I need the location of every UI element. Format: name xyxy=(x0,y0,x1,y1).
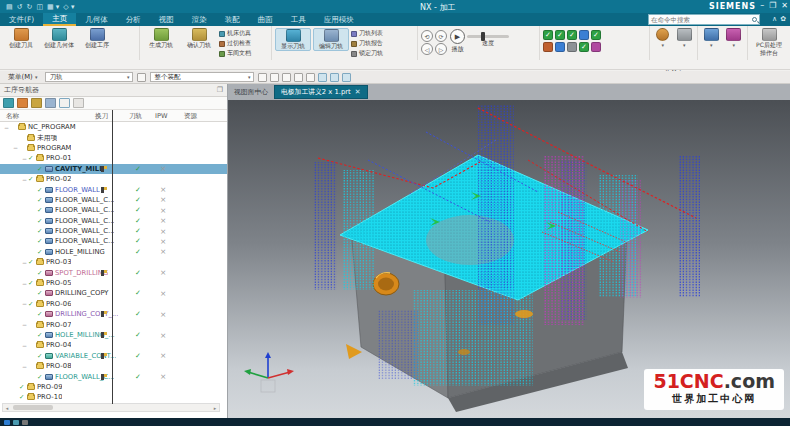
verify-tool-icon-1[interactable]: ✓ xyxy=(543,30,553,40)
verify-tool-icon-7[interactable] xyxy=(555,42,565,52)
verify-tool-icon-2[interactable]: ✓ xyxy=(555,30,565,40)
tree-row-FLOOR_WALL[interactable]: ✓FLOOR_WALL✓× xyxy=(0,184,227,194)
verify-toolpath-button[interactable]: 确认刀轨 xyxy=(181,28,217,49)
navigator-more-icon[interactable] xyxy=(73,98,84,108)
snap-icon-1[interactable] xyxy=(258,73,267,82)
tab-geometry[interactable]: 几何体 xyxy=(76,13,117,26)
3d-viewport-canvas[interactable]: 51CNC.com 世界加工中心网 xyxy=(228,100,790,418)
tree-row-DRILLING_COPY[interactable]: ✓DRILLING_COPY✓× xyxy=(0,288,227,298)
snap-icon-6[interactable] xyxy=(318,73,327,82)
tree-row-PRO-07[interactable]: −PRO-07 xyxy=(0,319,227,329)
horizontal-scrollbar[interactable]: ◂ ▸ xyxy=(2,403,220,412)
window-menu-icon[interactable]: ▦ ▾ xyxy=(47,3,59,11)
column-ipw[interactable]: IPW xyxy=(155,112,167,120)
selection-scope-dropdown[interactable]: 整个装配▾ xyxy=(150,72,254,82)
speed-slider[interactable] xyxy=(467,35,509,38)
cut-icon[interactable]: ◫ xyxy=(36,3,43,11)
tab-view[interactable]: 视图 xyxy=(150,13,183,26)
scrollbar-thumb[interactable] xyxy=(13,405,53,410)
tree-row-SPOT_DRILLING[interactable]: ✓SPOT_DRILLING✓× xyxy=(0,267,227,277)
toolpath-list-button[interactable]: 刀轨列表 xyxy=(351,29,383,38)
command-search-input[interactable] xyxy=(651,16,752,24)
feature-button-2[interactable]: ▾ xyxy=(724,28,745,48)
verify-tool-icon-3[interactable]: ✓ xyxy=(567,30,577,40)
save-icon[interactable]: ▤ xyxy=(6,3,13,11)
command-finder[interactable] xyxy=(648,14,760,25)
help-icon[interactable]: ✿ xyxy=(780,15,786,23)
scroll-left-icon[interactable]: ◂ xyxy=(3,405,11,411)
tree-row-FLOOR_WALL_C[interactable]: ✓FLOOR_WALL_C...✓× xyxy=(0,205,227,215)
tab-surface[interactable]: 曲面 xyxy=(249,13,282,26)
verify-tool-icon-10[interactable] xyxy=(591,42,601,52)
post-process-button[interactable]: PC后处理 操作台 xyxy=(751,28,787,56)
verify-tool-icon-4[interactable] xyxy=(579,30,589,40)
tree-row-PROGRAM[interactable]: −PROGRAM xyxy=(0,143,227,153)
tab-render[interactable]: 渲染 xyxy=(183,13,216,26)
column-divider[interactable] xyxy=(112,110,113,404)
machine-simulation-button[interactable]: 机床仿真 xyxy=(219,29,251,38)
verify-tool-icon-9[interactable]: ✓ xyxy=(579,42,589,52)
tree-row-[interactable]: 未用项 xyxy=(0,132,227,142)
tree-row-PRO-02[interactable]: −✓PRO-02 xyxy=(0,174,227,184)
menu-button[interactable]: 菜单(M) ▾ xyxy=(4,71,41,83)
ribbon-options-icon[interactable]: ∧ xyxy=(772,15,777,23)
tree-row-PRO-05[interactable]: −✓PRO-05 xyxy=(0,278,227,288)
tree-row-FLOOR_WALL_C[interactable]: ✓FLOOR_WALL_C...✓× xyxy=(0,226,227,236)
play-button[interactable]: ▶ xyxy=(450,29,465,44)
tree-row-PRO-09[interactable]: ✓PRO-09 xyxy=(0,382,227,392)
tab-file[interactable]: 文件(F) xyxy=(0,13,43,26)
tree-row-DRILLING_COPY_[interactable]: ✓DRILLING_COPY_...✓× xyxy=(0,309,227,319)
close-button[interactable]: ✕ xyxy=(781,1,788,10)
tree-row-FLOOR_WALL_C[interactable]: ✓FLOOR_WALL_C...✓× xyxy=(0,195,227,205)
expander-icon[interactable]: − xyxy=(21,300,28,307)
column-resource[interactable]: 资源 xyxy=(184,112,197,121)
expander-icon[interactable]: − xyxy=(21,342,28,349)
tree-row-PRO-08[interactable]: −PRO-08 xyxy=(0,361,227,371)
machine-tool-view-icon[interactable] xyxy=(17,98,28,108)
taskbar-icon-1[interactable] xyxy=(4,420,10,425)
tab-application[interactable]: 应用模块 xyxy=(315,13,363,26)
snap-icon-4[interactable] xyxy=(294,73,303,82)
expander-icon[interactable]: − xyxy=(21,321,28,328)
feature-button-1[interactable]: ▾ xyxy=(701,28,722,48)
method-view-icon[interactable] xyxy=(45,98,56,108)
user-group-icon[interactable]: ◇ ▾ xyxy=(63,3,74,11)
step-back-icon[interactable]: ◁ xyxy=(421,43,433,55)
tab-assembly[interactable]: 装配 xyxy=(216,13,249,26)
tree-row-FLOOR_WALL_C[interactable]: ✓FLOOR_WALL_C...✓× xyxy=(0,236,227,246)
expander-icon[interactable]: − xyxy=(21,280,28,287)
snap-icon-7[interactable] xyxy=(330,73,339,82)
tree-row-FLOOR_WALL_C[interactable]: ✓FLOOR_WALL_C...✓× xyxy=(0,216,227,226)
forward-icon[interactable]: ⟳ xyxy=(435,30,447,42)
snap-icon-8[interactable] xyxy=(342,73,351,82)
expander-icon[interactable]: − xyxy=(21,176,28,183)
expander-icon[interactable]: − xyxy=(21,155,28,162)
tree-row-PRO-01[interactable]: −✓PRO-01 xyxy=(0,153,227,163)
step-forward-icon[interactable]: ▷ xyxy=(435,43,447,55)
tab-close-icon[interactable]: ✕ xyxy=(355,88,361,96)
expander-icon[interactable]: − xyxy=(21,259,28,266)
tree-row-PRO-03[interactable]: −✓PRO-03 xyxy=(0,257,227,267)
column-path[interactable]: 刀轨 xyxy=(129,112,142,121)
verify-tool-icon-5[interactable]: ✓ xyxy=(591,30,601,40)
tree-row-HOLE_MILLING[interactable]: ✓HOLE_MILLING✓× xyxy=(0,247,227,257)
generate-toolpath-button[interactable]: 生成刀轨 xyxy=(143,28,179,49)
toolpath-report-button[interactable]: 刀轨报告 xyxy=(351,39,383,48)
tree-row-PRO-06[interactable]: −✓PRO-06 xyxy=(0,299,227,309)
undo-icon[interactable]: ↺ xyxy=(17,3,23,11)
redo-icon[interactable]: ↻ xyxy=(27,3,33,11)
create-operation-button[interactable]: 创建工序 xyxy=(79,28,115,49)
snap-icon-3[interactable] xyxy=(282,73,291,82)
expander-icon[interactable]: − xyxy=(3,124,10,131)
create-geometry-button[interactable]: 创建几何体 xyxy=(41,28,77,49)
verify-tool-icon-6[interactable] xyxy=(543,42,553,52)
expander-icon[interactable]: − xyxy=(12,144,19,151)
maximize-button[interactable]: ❐ xyxy=(769,1,776,10)
tree-row-FLOOR_WALL_C[interactable]: ✓FLOOR_WALL_C...✓× xyxy=(0,371,227,381)
snap-icon-5[interactable] xyxy=(306,73,315,82)
lock-toolpath-button[interactable]: 锁定刀轨 xyxy=(351,49,383,58)
tab-tools[interactable]: 工具 xyxy=(282,13,315,26)
snap-icon-2[interactable] xyxy=(270,73,279,82)
show-toolpath-button[interactable]: 显示刀轨 xyxy=(275,28,311,51)
panel-undock-icon[interactable]: ❐ xyxy=(217,86,223,94)
